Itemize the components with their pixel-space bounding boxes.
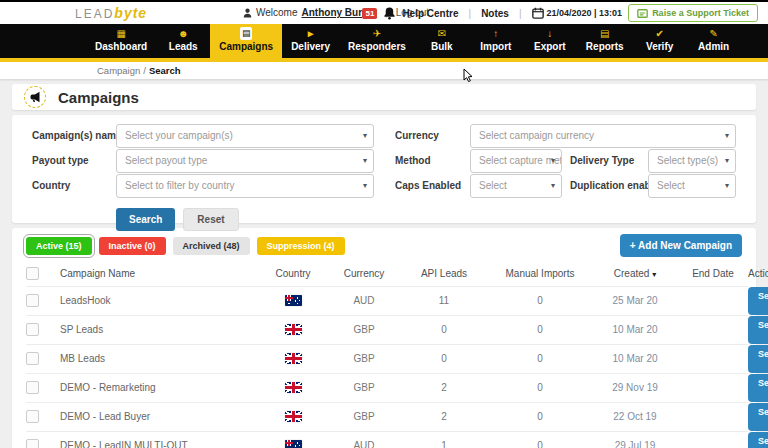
row-select-button[interactable]: Select ▾ (748, 345, 768, 373)
megaphone-icon-circle (24, 86, 46, 108)
col-currency[interactable]: Currency (328, 262, 400, 286)
notes-link[interactable]: Notes (481, 8, 509, 19)
row-select-button[interactable]: Select ▾ (748, 287, 768, 315)
row-select-button[interactable]: Select ▾ (748, 403, 768, 431)
table-row: DEMO - Lead Buyer GBP 2 0 22 Oct 19 Sele… (26, 402, 748, 431)
nav-label: Campaigns (219, 40, 273, 54)
col-end-date[interactable]: End Date (678, 262, 748, 286)
currency-cell: GBP (328, 402, 400, 431)
tab-suppression[interactable]: Suppression (4) (257, 237, 345, 255)
table-row: MB Leads GBP 0 0 10 Mar 20 Select ▾ (26, 344, 748, 373)
campaign-name-cell: DEMO - LeadIN MULTI-OUT (60, 431, 258, 448)
end-date-cell (678, 402, 748, 431)
row-checkbox[interactable] (26, 410, 39, 423)
chevron-down-icon: ▾ (363, 175, 367, 197)
help-centre-link[interactable]: Help Centre (402, 8, 458, 19)
api-leads-cell: 1 (400, 431, 488, 448)
col-manual-imports[interactable]: Manual Imports (488, 262, 592, 286)
row-select-button[interactable]: Select ▾ (748, 316, 768, 344)
nav-item-verify[interactable]: ✔ Verify (633, 24, 687, 58)
logo-lead-text: LEAD (75, 7, 114, 21)
col-country[interactable]: Country (258, 262, 328, 286)
logo-byte-text: byte (114, 5, 147, 21)
manual-imports-cell: 0 (488, 402, 592, 431)
col-created-label: Created (614, 268, 650, 279)
manual-imports-cell: 0 (488, 344, 592, 373)
nav-item-dashboard[interactable]: ▦ Dashboard (86, 24, 156, 58)
campaign-name-cell: DEMO - Remarketing (60, 373, 258, 402)
row-checkbox[interactable] (26, 352, 39, 365)
currency-select[interactable]: Select campaign currency▾ (470, 124, 736, 148)
nav-item-delivery[interactable]: ► Delivery (282, 24, 339, 58)
campaign-filters: Campaign(s) name Select your campaign(s)… (12, 115, 756, 223)
grid-icon: ▦ (116, 27, 125, 40)
nav-label: Verify (646, 40, 673, 54)
row-checkbox[interactable] (26, 323, 39, 336)
nav-item-bulk[interactable]: ✉ Bulk (415, 24, 469, 58)
currency-cell: GBP (328, 373, 400, 402)
nav-item-responders[interactable]: ✈ Responders (339, 24, 415, 58)
row-select-button[interactable]: Select ▾ (748, 374, 768, 402)
campaign-name-cell: MB Leads (60, 344, 258, 373)
delivery-type-select[interactable]: Select type(s)▾ (648, 149, 736, 173)
tab-inactive[interactable]: Inactive (0) (99, 237, 166, 255)
raise-support-ticket-button[interactable]: Raise a Support Ticket (628, 4, 758, 22)
campaign-name-cell: LeadsHook (60, 286, 258, 315)
campaign-name-select[interactable]: Select your campaign(s)▾ (116, 124, 374, 148)
nav-item-import[interactable]: ↑ Import (469, 24, 523, 58)
leadbyte-logo: LEADbyte (75, 5, 147, 21)
nav-item-reports[interactable]: ▤ Reports (577, 24, 633, 58)
row-select-button[interactable]: Select ▾ (748, 432, 768, 448)
select-placeholder: Select (657, 180, 685, 191)
row-checkbox[interactable] (26, 439, 39, 448)
col-created[interactable]: Created ▾ (592, 262, 678, 286)
country-label: Country (32, 180, 70, 191)
tab-active[interactable]: Active (15) (26, 237, 92, 255)
end-date-cell (678, 315, 748, 344)
datetime-display: 21/04/2020 | 13:01 (532, 7, 623, 19)
bell-icon[interactable] (383, 6, 396, 20)
api-leads-cell: 0 (400, 344, 488, 373)
header-right-cluster: 51 Help Centre | Notes | 21/04/2020 | 13… (362, 2, 758, 24)
api-leads-cell: 0 (400, 315, 488, 344)
nav-item-export[interactable]: ↓ Export (523, 24, 577, 58)
col-api-leads[interactable]: API Leads (400, 262, 488, 286)
divider: | (515, 8, 526, 19)
row-checkbox[interactable] (26, 294, 39, 307)
chevron-down-icon: ▾ (551, 175, 555, 197)
row-checkbox[interactable] (26, 381, 39, 394)
country-select[interactable]: Select to filter by country▾ (116, 174, 374, 198)
user-icon (243, 8, 252, 18)
ticket-icon (637, 9, 648, 18)
select-button-label: Select (758, 436, 768, 446)
created-cell: 25 Mar 20 (592, 286, 678, 315)
duplication-enabled-select[interactable]: Select▾ (648, 174, 736, 198)
chevron-down-icon: ▾ (551, 150, 555, 172)
nav-item-campaigns[interactable]: ▤ Campaigns (210, 24, 282, 58)
currency-cell: AUD (328, 286, 400, 315)
method-select[interactable]: Select capture metho...▾ (470, 149, 562, 173)
col-campaign-name[interactable]: Campaign Name (60, 262, 258, 286)
country-flag (285, 353, 302, 364)
country-flag (285, 382, 302, 393)
megaphone-icon (29, 91, 41, 103)
reset-button[interactable]: Reset (183, 208, 238, 231)
nav-item-leads[interactable]: ☻ Leads (156, 24, 210, 58)
select-all-checkbox[interactable] (26, 267, 39, 280)
created-cell: 10 Mar 20 (592, 344, 678, 373)
select-button-label: Select (758, 291, 768, 301)
caps-enabled-select[interactable]: Select▾ (470, 174, 562, 198)
select-button-label: Select (758, 320, 768, 330)
end-date-cell (678, 286, 748, 315)
breadcrumb-campaign[interactable]: Campaign (97, 65, 140, 76)
campaign-name-cell: DEMO - Lead Buyer (60, 402, 258, 431)
tab-archived[interactable]: Archived (48) (173, 237, 250, 255)
add-new-campaign-button[interactable]: + Add New Campaign (620, 234, 742, 257)
nav-item-admin[interactable]: ✎ Admin (687, 24, 741, 58)
nav-label: Bulk (431, 40, 453, 54)
chevron-down-icon: ▾ (725, 125, 729, 147)
search-button[interactable]: Search (116, 208, 175, 231)
envelope-icon: ✉ (438, 27, 446, 40)
payout-type-select[interactable]: Select payout type▾ (116, 149, 374, 173)
truck-icon: ► (306, 27, 316, 40)
